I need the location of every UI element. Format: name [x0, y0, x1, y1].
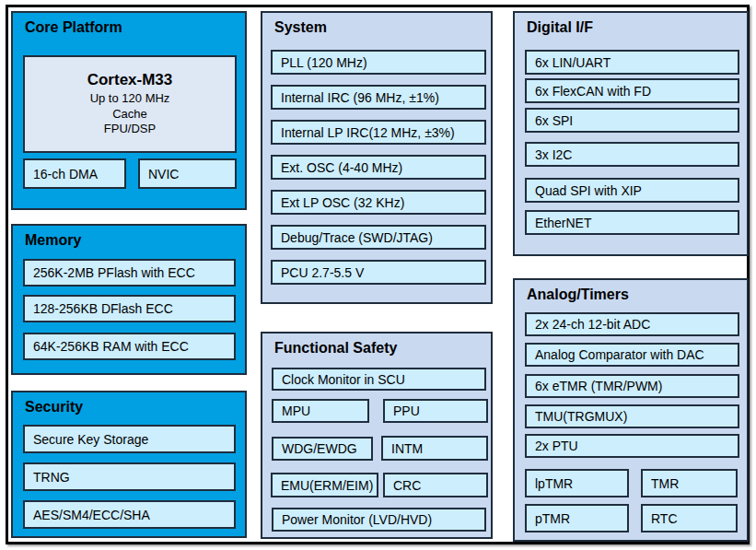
block-ptu: 2x PTU	[525, 434, 739, 458]
block-tmu: TMU(TRGMUX)	[525, 404, 739, 428]
section-digital-if: Digital I/F 6x LIN/UART 6x FlexCAN with …	[513, 11, 749, 256]
block-ptmr: pTMR	[525, 504, 629, 532]
section-title-analog-timers: Analog/Timers	[527, 287, 629, 303]
block-comparator: Analog Comparator with DAC	[525, 343, 739, 367]
block-lptmr: lpTMR	[525, 469, 629, 497]
block-pcu: PCU 2.7-5.5 V	[271, 260, 486, 285]
block-etmr: 6x eTMR (TMR/PWM)	[525, 374, 739, 398]
block-dflash: 128-256KB DFlash ECC	[23, 295, 236, 322]
block-ppu: PPU	[383, 399, 488, 423]
block-cortex-m33: Cortex-M33 Up to 120 MHz Cache FPU/DSP	[23, 55, 237, 153]
block-wdg-ewdg: WDG/EWDG	[272, 437, 373, 461]
block-internal-lp-irc: Internal LP IRC(12 MHz, ±3%)	[271, 120, 486, 145]
block-debug-trace: Debug/Trace (SWD/JTAG)	[271, 225, 486, 250]
cpu-name: Cortex-M33	[87, 71, 173, 89]
section-title-system: System	[274, 19, 327, 36]
section-title-core-platform: Core Platform	[25, 19, 122, 36]
block-dma: 16-ch DMA	[23, 158, 126, 189]
block-ethernet: EtherNET	[525, 210, 739, 235]
block-clock-monitor: Clock Monitor in SCU	[272, 368, 486, 391]
block-intm: INTM	[381, 436, 488, 461]
section-title-digital-if: Digital I/F	[527, 19, 593, 36]
block-ext-osc: Ext. OSC (4-40 MHz)	[271, 155, 486, 180]
block-ram: 64K-256KB RAM with ECC	[23, 333, 236, 360]
section-functional-safety: Functional Safety Clock Monitor in SCU M…	[261, 332, 493, 539]
section-core-platform: Core Platform Cortex-M33 Up to 120 MHz C…	[11, 11, 247, 210]
section-title-security: Security	[25, 399, 83, 415]
section-title-functional-safety: Functional Safety	[274, 340, 397, 357]
section-analog-timers: Analog/Timers 2x 24-ch 12-bit ADC Analog…	[513, 278, 749, 542]
block-secure-key-storage: Secure Key Storage	[23, 425, 236, 453]
block-emu: EMU(ERM/EIM)	[271, 473, 378, 497]
cpu-spec-fpu-dsp: FPU/DSP	[104, 122, 156, 137]
block-adc: 2x 24-ch 12-bit ADC	[525, 312, 739, 336]
block-tmr: TMR	[641, 469, 738, 497]
block-quad-spi: Quad SPI with XIP	[525, 178, 739, 203]
block-i2c: 3x I2C	[525, 142, 739, 167]
mcu-block-diagram: Core Platform Cortex-M33 Up to 120 MHz C…	[0, 0, 756, 550]
block-pll: PLL (120 MHz)	[271, 50, 486, 75]
block-flexcan: 6x FlexCAN with FD	[525, 78, 739, 103]
block-crc: CRC	[383, 473, 488, 497]
block-trng: TRNG	[23, 462, 236, 491]
cpu-spec-frequency: Up to 120 MHz	[90, 91, 170, 107]
block-rtc: RTC	[641, 504, 738, 532]
block-power-monitor: Power Monitor (LVD/HVD)	[272, 508, 486, 532]
section-system: System PLL (120 MHz) Internal IRC (96 MH…	[261, 11, 493, 304]
section-security: Security Secure Key Storage TRNG AES/SM4…	[11, 391, 247, 538]
block-ext-lp-osc: Ext LP OSC (32 KHz)	[271, 190, 486, 215]
cpu-spec-cache: Cache	[112, 107, 147, 123]
block-pflash: 256K-2MB PFlash with ECC	[23, 259, 236, 287]
section-title-memory: Memory	[25, 232, 81, 249]
block-spi: 6x SPI	[525, 108, 739, 133]
block-crypto: AES/SM4/ECC/SHA	[23, 500, 236, 529]
block-internal-irc: Internal IRC (96 MHz, ±1%)	[271, 85, 486, 110]
block-lin-uart: 6x LIN/UART	[525, 50, 739, 75]
section-memory: Memory 256K-2MB PFlash with ECC 128-256K…	[11, 224, 247, 375]
block-mpu: MPU	[272, 399, 369, 423]
block-nvic: NVIC	[138, 158, 237, 189]
